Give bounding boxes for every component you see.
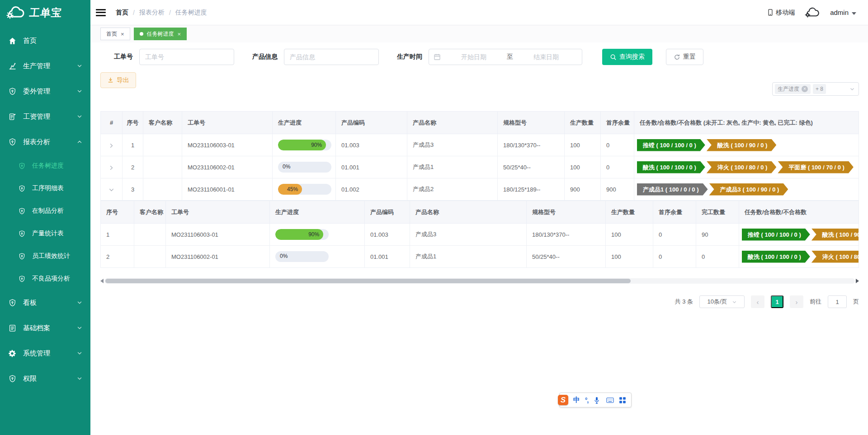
tab-label: 首页 bbox=[106, 30, 117, 38]
expand-cell bbox=[101, 134, 123, 156]
task-chip: 推镗 ( 100 / 100 / 0 ) bbox=[637, 139, 705, 151]
chevron-down-icon bbox=[77, 376, 82, 381]
apps-grid-icon[interactable] bbox=[619, 397, 627, 404]
sogou-logo-icon[interactable]: S bbox=[558, 395, 568, 405]
goto-page-input[interactable] bbox=[828, 295, 847, 308]
product-info-label: 产品信息 bbox=[252, 53, 278, 61]
task-chip: 产成品3 ( 100 / 90 / 0 ) bbox=[709, 183, 788, 196]
sidebar-item-performance-stats[interactable]: 员工绩效统计 bbox=[0, 245, 90, 267]
home-icon bbox=[8, 37, 17, 45]
progress-label: 0% bbox=[280, 253, 288, 259]
breadcrumb-item[interactable]: 任务树进度 bbox=[175, 9, 207, 17]
expand-row-icon[interactable] bbox=[108, 165, 114, 171]
column-header: 规格型号 bbox=[527, 201, 606, 224]
sidebar-item-production[interactable]: 生产管理 bbox=[0, 53, 90, 79]
page-size-select[interactable]: 10条/页 bbox=[699, 295, 745, 308]
column-header: 生产数量 bbox=[565, 112, 601, 134]
horizontal-scrollbar[interactable] bbox=[100, 278, 859, 284]
column-header: 工单号 bbox=[166, 201, 270, 224]
keyboard-icon[interactable] bbox=[606, 397, 614, 404]
progress-bar: 90% bbox=[275, 229, 329, 240]
table-row: 3MO231106001-0145%01.002产成品2180/125*189-… bbox=[101, 178, 859, 201]
mobile-link[interactable]: 移动端 bbox=[767, 9, 795, 17]
scrollbar-track[interactable] bbox=[104, 278, 855, 284]
sidebar-item-board[interactable]: 看板 bbox=[0, 290, 90, 315]
app-logo[interactable]: 工单宝 bbox=[0, 0, 90, 25]
sidebar-item-wip-analysis[interactable]: 在制品分析 bbox=[0, 200, 90, 222]
sidebar-item-output-stats[interactable]: 产量统计表 bbox=[0, 222, 90, 245]
scroll-left-icon[interactable] bbox=[100, 279, 104, 283]
expand-row-icon[interactable] bbox=[108, 143, 114, 149]
export-button[interactable]: 导出 bbox=[100, 72, 136, 88]
tasks-cell: 酸洗 ( 100 / 100 / 0 )淬火 ( 100 / 80 / 0 ) bbox=[739, 246, 859, 268]
chevron-down-icon bbox=[849, 86, 855, 92]
calendar-icon bbox=[434, 53, 441, 61]
page-1-button[interactable]: 1 bbox=[771, 295, 783, 308]
sidebar-item-home[interactable]: 首页 bbox=[0, 28, 90, 53]
tab-1[interactable]: 任务树进度× bbox=[134, 28, 187, 40]
close-icon[interactable]: × bbox=[178, 31, 181, 37]
column-header: 生产进度 bbox=[270, 201, 365, 224]
scroll-right-icon[interactable] bbox=[856, 279, 859, 283]
microphone-icon[interactable] bbox=[594, 397, 601, 404]
progress-bar: 90% bbox=[278, 140, 331, 150]
breadcrumb-item[interactable]: 报表分析 bbox=[139, 9, 165, 17]
sidebar-item-defect-analysis[interactable]: 不良品项分析 bbox=[0, 267, 90, 290]
progress-bar: 45% bbox=[278, 184, 331, 195]
scrollbar-thumb[interactable] bbox=[105, 279, 631, 283]
sidebar-item-archives[interactable]: 基础档案 bbox=[0, 315, 90, 341]
surplus-cell: 0 bbox=[601, 134, 634, 156]
menu-toggle-icon[interactable] bbox=[96, 9, 106, 16]
column-filter-select[interactable]: 生产进度 × + 8 bbox=[772, 82, 859, 96]
work-order-input[interactable] bbox=[139, 49, 234, 65]
start-date-input[interactable] bbox=[443, 53, 505, 61]
chevron-down-icon bbox=[77, 89, 82, 94]
sidebar-item-outsourcing[interactable]: 委外管理 bbox=[0, 79, 90, 104]
shield-icon bbox=[18, 207, 26, 215]
sidebar-item-process-detail[interactable]: 工序明细表 bbox=[0, 177, 90, 200]
search-button[interactable]: 查询搜索 bbox=[602, 49, 652, 65]
pagination: 共 3 条 10条/页 ‹ 1 › 前往 页 bbox=[100, 295, 859, 308]
sidebar-item-reports[interactable]: 报表分析 bbox=[0, 129, 90, 154]
topbar: 首页/报表分析/任务树进度 移动端 bbox=[90, 0, 868, 25]
product-info-input[interactable] bbox=[284, 49, 379, 65]
sidebar-item-label: 委外管理 bbox=[23, 87, 50, 96]
sidebar-item-system[interactable]: 系统管理 bbox=[0, 341, 90, 366]
user-menu[interactable]: admin bbox=[830, 9, 856, 16]
sidebar-item-task-tree[interactable]: 任务树进度 bbox=[0, 154, 90, 177]
chevron-up-icon bbox=[77, 139, 82, 145]
column-header: 客户名称 bbox=[134, 201, 166, 224]
column-header: 完工数量 bbox=[696, 201, 739, 224]
prev-page-button[interactable]: ‹ bbox=[751, 295, 764, 308]
cloud-gear-icon[interactable] bbox=[804, 7, 821, 19]
tasks-cell: 酸洗 ( 100 / 100 / 0 )淬火 ( 100 / 80 / 0 )平… bbox=[634, 156, 859, 178]
surplus-cell: 0 bbox=[653, 246, 696, 268]
next-page-button[interactable]: › bbox=[790, 295, 803, 308]
tag-close-icon[interactable]: × bbox=[802, 86, 808, 92]
sidebar-item-permission[interactable]: 权限 bbox=[0, 366, 90, 391]
chevron-down-icon bbox=[77, 351, 82, 356]
collapse-row-icon[interactable] bbox=[108, 187, 114, 193]
sidebar-item-label: 首页 bbox=[23, 37, 37, 45]
end-date-input[interactable] bbox=[515, 53, 577, 61]
column-header: 生产数量 bbox=[606, 201, 653, 224]
tab-bar: 首页×任务树进度× bbox=[90, 25, 868, 42]
progress-fill bbox=[278, 162, 282, 173]
salary-icon bbox=[8, 112, 17, 121]
progress-cell: 45% bbox=[273, 178, 336, 201]
chinese-mode-icon[interactable]: 中 bbox=[573, 396, 580, 404]
close-icon[interactable]: × bbox=[121, 31, 124, 37]
chevron-down-icon bbox=[77, 114, 82, 119]
seq-cell: 3 bbox=[123, 178, 143, 201]
sidebar-item-salary[interactable]: 工资管理 bbox=[0, 104, 90, 129]
tab-0[interactable]: 首页× bbox=[100, 28, 130, 40]
progress-label: 0% bbox=[283, 164, 290, 170]
punctuation-icon[interactable]: °, bbox=[585, 397, 589, 404]
shield-icon bbox=[8, 299, 17, 307]
date-range-picker[interactable]: 至 bbox=[429, 49, 582, 65]
breadcrumb-item[interactable]: 首页 bbox=[116, 9, 128, 17]
topbar-right: 移动端 admin bbox=[767, 7, 856, 19]
sidebar-menu: 首页生产管理委外管理工资管理报表分析任务树进度工序明细表在制品分析产量统计表员工… bbox=[0, 25, 90, 391]
tasks-cell: 产成品1 ( 100 / 0 / 0 )产成品3 ( 100 / 90 / 0 … bbox=[634, 178, 859, 201]
reset-button[interactable]: 重置 bbox=[666, 49, 703, 65]
